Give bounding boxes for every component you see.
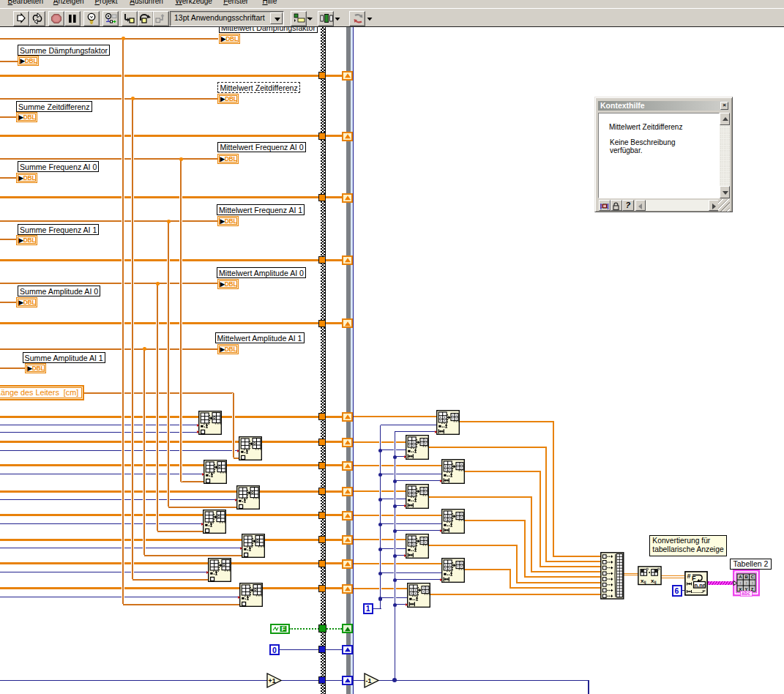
svg-text:F: F — [692, 575, 696, 582]
svg-text:-1: -1 — [366, 677, 372, 684]
svg-text:abc: abc — [742, 592, 750, 597]
svg-text:#: # — [687, 572, 690, 579]
svg-text:F: F — [281, 625, 285, 633]
svg-text:A: A — [739, 575, 742, 580]
svg-text:n.nn: n.nn — [694, 581, 706, 588]
svg-text:Z: Z — [750, 587, 753, 592]
svg-text:C: C — [750, 575, 754, 580]
svg-text::: : — [745, 581, 747, 586]
svg-text:B: B — [744, 575, 748, 580]
svg-text::: : — [752, 581, 753, 586]
svg-text:+1: +1 — [268, 677, 275, 684]
svg-text::: : — [739, 581, 741, 586]
